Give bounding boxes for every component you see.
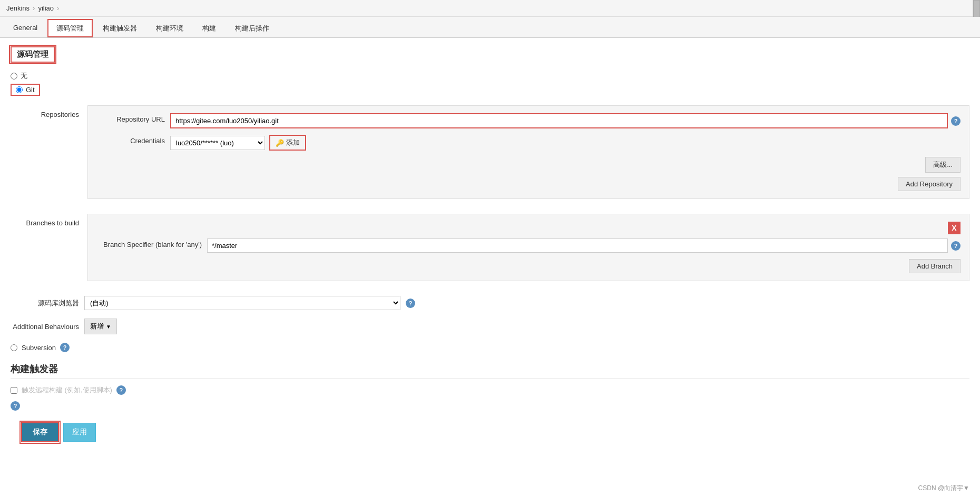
credentials-select[interactable]: luo2050/****** (luo)	[170, 136, 265, 150]
add-behaviour-button[interactable]: 新增 ▼	[84, 319, 117, 334]
save-button[interactable]: 保存	[21, 422, 59, 442]
key-icon: 🔑	[276, 139, 284, 147]
branch-specifier-row: Branch Specifier (blank for 'any') */mas…	[96, 238, 961, 253]
trigger-help-icon[interactable]: ?	[116, 385, 126, 395]
subversion-help-icon[interactable]: ?	[60, 343, 70, 352]
trigger-checkbox[interactable]	[11, 387, 17, 394]
radio-git-input[interactable]	[16, 86, 23, 93]
subversion-row: Subversion ?	[11, 343, 969, 352]
add-credentials-label: 添加	[286, 138, 300, 147]
add-credentials-button[interactable]: 🔑 添加	[269, 135, 306, 151]
repositories-form: Repository URL https://gitee.com/luo2050…	[87, 105, 969, 199]
radio-subversion-input[interactable]	[11, 344, 17, 351]
repo-url-row: Repository URL https://gitee.com/luo2050…	[96, 113, 961, 128]
credentials-control: luo2050/****** (luo) 🔑 添加	[170, 135, 961, 151]
source-browser-select[interactable]: (自动)	[84, 296, 400, 310]
advanced-button[interactable]: 高级...	[925, 157, 961, 173]
radio-git-option[interactable]: Git	[11, 84, 40, 96]
delete-row: X	[96, 222, 961, 234]
repo-url-help-icon[interactable]: ?	[951, 116, 961, 126]
source-browser-label: 源码库浏览器	[11, 299, 79, 308]
add-repository-button[interactable]: Add Repository	[898, 177, 961, 191]
repositories-label: Repositories	[11, 105, 79, 207]
section-title: 源码管理	[11, 46, 55, 63]
repo-url-label: Repository URL	[96, 113, 165, 123]
add-new-label: 新增	[90, 322, 104, 331]
watermark: CSDN @向清宇▼	[918, 484, 969, 493]
branches-row: Branches to build X Branch Specifier (bl…	[11, 214, 969, 290]
additional-behaviours-row: Additional Behaviours 新增 ▼	[11, 319, 969, 334]
breadcrumb-arrow-1: ›	[33, 4, 35, 12]
branch-specifier-input[interactable]: */master	[207, 238, 948, 253]
credentials-row-container: Credentials luo2050/****** (luo) 🔑 添加	[96, 135, 961, 151]
tab-post[interactable]: 构建后操作	[226, 19, 278, 37]
tab-trigger[interactable]: 构建触发器	[94, 19, 146, 37]
trigger-checkbox-label: 触发远程构建 (例如,使用脚本)	[22, 385, 112, 395]
additional-label: Additional Behaviours	[11, 323, 79, 331]
trigger-row: 触发远程构建 (例如,使用脚本) ?	[11, 385, 969, 395]
branches-label: Branches to build	[11, 214, 79, 290]
breadcrumb-yiliao[interactable]: yiliao	[38, 4, 54, 12]
main-content: General 源码管理 构建触发器 构建环境 构建 构建后操作 源码管理 无 …	[0, 17, 980, 497]
apply-button[interactable]: 应用	[63, 423, 96, 442]
source-browser-help-icon[interactable]: ?	[406, 299, 415, 308]
build-trigger-title: 构建触发器	[11, 363, 969, 379]
bottom-buttons: 保存 应用	[11, 417, 969, 448]
repo-url-control: https://gitee.com/luo2050/yiliao.git ?	[170, 113, 961, 128]
source-browser-row: 源码库浏览器 (自动) ?	[11, 296, 969, 310]
radio-none-option[interactable]: 无	[11, 71, 969, 81]
radio-none-input[interactable]	[11, 73, 17, 79]
trigger-row2: ?	[11, 401, 969, 411]
credentials-label: Credentials	[96, 135, 165, 145]
tab-env[interactable]: 构建环境	[147, 19, 192, 37]
repo-url-input[interactable]: https://gitee.com/luo2050/yiliao.git	[170, 113, 948, 128]
trigger-help-icon2[interactable]: ?	[11, 401, 20, 411]
repositories-row: Repositories Repository URL https://gite…	[11, 105, 969, 207]
tab-source[interactable]: 源码管理	[47, 19, 93, 37]
tab-nav: General 源码管理 构建触发器 构建环境 构建 构建后操作	[0, 17, 980, 38]
dropdown-arrow-icon: ▼	[106, 324, 111, 330]
add-branch-row: Add Branch	[96, 259, 961, 273]
branch-specifier-control: */master ?	[207, 238, 961, 253]
branches-form: X Branch Specifier (blank for 'any') */m…	[87, 214, 969, 281]
breadcrumb-jenkins[interactable]: Jenkins	[6, 4, 30, 12]
branch-specifier-help-icon[interactable]: ?	[951, 241, 961, 251]
advanced-row: 高级...	[96, 157, 961, 173]
subversion-label: Subversion	[22, 344, 56, 352]
breadcrumb: Jenkins › yiliao ›	[0, 0, 980, 17]
breadcrumb-arrow-2: ›	[57, 4, 59, 12]
add-branch-button[interactable]: Add Branch	[909, 259, 961, 273]
tab-build[interactable]: 构建	[193, 19, 225, 37]
branch-specifier-label: Branch Specifier (blank for 'any')	[96, 238, 202, 248]
tab-general[interactable]: General	[4, 19, 46, 37]
delete-branch-button[interactable]: X	[948, 222, 961, 234]
radio-git-label: Git	[26, 86, 35, 94]
radio-group: 无 Git	[11, 71, 969, 99]
section-content: 源码管理 无 Git Repositories Repository URL	[0, 38, 980, 456]
add-repo-row: Add Repository	[96, 177, 961, 191]
radio-none-label: 无	[21, 71, 27, 81]
credentials-inner: luo2050/****** (luo) 🔑 添加	[170, 135, 961, 151]
